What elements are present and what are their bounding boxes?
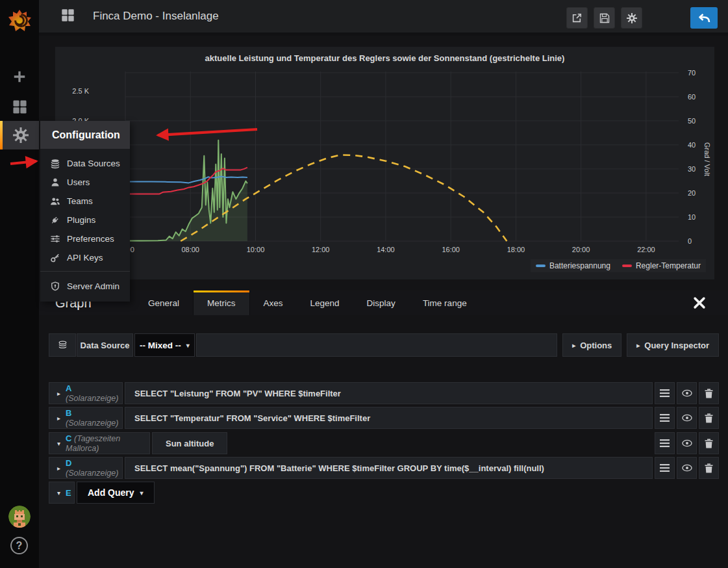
tab-time-range[interactable]: Time range xyxy=(409,290,481,315)
help-icon[interactable]: ? xyxy=(10,537,28,554)
configuration-menu-header[interactable]: Configuration xyxy=(40,121,130,149)
gear-icon xyxy=(627,13,637,23)
hamburger-icon xyxy=(660,389,670,397)
query-toolbar: Data Source -- Mixed -- ▾ ▸ Options ▸ Qu… xyxy=(49,333,719,357)
key-icon xyxy=(50,253,60,263)
query-menu-button[interactable] xyxy=(655,432,675,454)
menu-item-users[interactable]: Users xyxy=(40,173,130,192)
query-delete-button[interactable] xyxy=(699,407,719,429)
save-button[interactable] xyxy=(594,7,615,29)
query-menu-button[interactable] xyxy=(655,457,675,479)
query-datasource: (Solaranzeige) xyxy=(66,394,118,403)
svg-text:18:00: 18:00 xyxy=(507,246,525,253)
query-row-b: ▸ B (Solaranzeige) SELECT "Temperatur" F… xyxy=(49,407,719,429)
query-toggle-c[interactable]: ▾ C (Tageszeiten Mallorca) xyxy=(49,432,150,454)
add-query-button[interactable]: Add Query ▾ xyxy=(77,482,155,504)
eye-icon xyxy=(682,439,692,447)
sidebar-item-create[interactable] xyxy=(0,62,39,91)
configuration-menu: Configuration Data Sources Users Teams xyxy=(40,121,130,302)
legend-swatch xyxy=(536,265,546,267)
svg-text:08:00: 08:00 xyxy=(181,246,199,253)
query-row-c: ▾ C (Tageszeiten Mallorca) Sun altitude xyxy=(49,432,719,454)
query-toggle-b[interactable]: ▸ B (Solaranzeige) xyxy=(49,407,123,429)
menu-item-plugins[interactable]: Plugins xyxy=(40,211,130,229)
save-icon xyxy=(599,13,610,23)
query-inspector-button[interactable]: ▸ Query Inspector xyxy=(627,333,719,357)
legend-swatch xyxy=(622,265,632,267)
tab-axes[interactable]: Axes xyxy=(250,290,297,315)
datasource-value: -- Mixed -- xyxy=(140,341,181,350)
graph-legend: Batteriespannung Regler-Temperatur xyxy=(531,259,706,272)
graph-canvas[interactable]: 01020304050607006:0008:0010:0012:0014:00… xyxy=(55,47,714,279)
grafana-logo[interactable] xyxy=(0,5,39,36)
share-icon xyxy=(571,12,583,23)
help-glyph: ? xyxy=(16,540,23,552)
menu-item-data-sources[interactable]: Data Sources xyxy=(40,154,130,173)
query-toggle-a[interactable]: ▸ A (Solaranzeige) xyxy=(49,382,123,404)
svg-text:30: 30 xyxy=(688,165,696,173)
query-delete-button[interactable] xyxy=(699,432,719,454)
datasource-dropdown[interactable]: -- Mixed -- ▾ xyxy=(134,333,195,357)
menu-item-label: Server Admin xyxy=(67,281,119,291)
menu-item-preferences[interactable]: Preferences xyxy=(40,229,130,248)
query-text-b[interactable]: SELECT "Temperatur" FROM "Service" WHERE… xyxy=(125,407,653,429)
chevron-right-icon: ▸ xyxy=(572,342,575,349)
legend-item[interactable]: Regler-Temperatur xyxy=(622,261,701,270)
svg-text:14:00: 14:00 xyxy=(377,246,395,253)
query-menu-button[interactable] xyxy=(655,382,675,404)
tab-general[interactable]: General xyxy=(134,290,193,315)
menu-item-label: API Keys xyxy=(67,253,103,263)
query-menu-button[interactable] xyxy=(655,407,675,429)
query-toggle-visibility-button[interactable] xyxy=(677,457,697,479)
query-delete-button[interactable] xyxy=(699,457,719,479)
chevron-down-icon: ▾ xyxy=(57,489,60,497)
plus-icon xyxy=(12,70,27,84)
query-text-a[interactable]: SELECT "Leistung" FROM "PV" WHERE $timeF… xyxy=(125,382,653,404)
query-toggle-visibility-button[interactable] xyxy=(677,382,697,404)
dashboard-picker-icon[interactable] xyxy=(61,8,75,25)
avatar-icon xyxy=(8,506,31,528)
sidebar-item-dashboards[interactable] xyxy=(0,92,39,121)
query-datasource: (Tageszeiten Mallorca) xyxy=(66,434,120,453)
panel-settings-button[interactable] xyxy=(621,7,642,29)
top-navbar: Finca Demo - Inselanlage xyxy=(39,0,728,36)
share-button[interactable] xyxy=(566,7,588,29)
tab-display[interactable]: Display xyxy=(353,290,409,315)
query-toggle-visibility-button[interactable] xyxy=(677,432,697,454)
svg-text:60: 60 xyxy=(688,93,696,101)
go-back-button[interactable] xyxy=(690,7,718,29)
legend-item[interactable]: Batteriespannung xyxy=(536,261,610,270)
query-text-c[interactable]: Sun altitude xyxy=(152,432,227,454)
query-letter: D xyxy=(66,458,71,468)
svg-text:0: 0 xyxy=(688,237,692,245)
svg-text:22:00: 22:00 xyxy=(637,246,655,253)
menu-item-teams[interactable]: Teams xyxy=(40,192,130,211)
tab-metrics[interactable]: Metrics xyxy=(193,290,250,315)
options-label: Options xyxy=(580,341,612,350)
svg-text:10:00: 10:00 xyxy=(247,246,265,253)
menu-item-server-admin[interactable]: Server Admin xyxy=(40,277,130,296)
trash-icon xyxy=(705,389,713,398)
query-letter: E xyxy=(66,488,71,498)
dashboard-title[interactable]: Finca Demo - Inselanlage xyxy=(93,10,219,23)
configuration-menu-admin: Server Admin xyxy=(40,272,130,302)
options-button[interactable]: ▸ Options xyxy=(562,333,621,357)
sidebar-item-configuration[interactable] xyxy=(0,121,39,149)
chevron-right-icon: ▸ xyxy=(57,415,60,422)
dashboards-icon xyxy=(12,99,27,114)
shield-icon xyxy=(50,281,60,291)
query-datasource: (Solaranzeige) xyxy=(66,419,118,428)
menu-item-api-keys[interactable]: API Keys xyxy=(40,248,130,267)
svg-text:20:00: 20:00 xyxy=(572,246,590,253)
tab-legend[interactable]: Legend xyxy=(297,290,353,315)
chevron-right-icon: ▸ xyxy=(57,390,60,397)
query-toggle-visibility-button[interactable] xyxy=(677,407,697,429)
svg-text:20: 20 xyxy=(688,189,696,197)
user-avatar[interactable] xyxy=(8,506,31,528)
query-toggle-d[interactable]: ▸ D (Solaranzeige) xyxy=(49,457,123,479)
close-icon[interactable] xyxy=(692,296,707,310)
query-toggle-e[interactable]: ▾ E xyxy=(49,482,75,504)
menu-item-label: Plugins xyxy=(67,215,95,225)
query-delete-button[interactable] xyxy=(699,382,719,404)
query-text-d[interactable]: SELECT mean("Spannung") FROM "Batterie" … xyxy=(125,457,653,479)
